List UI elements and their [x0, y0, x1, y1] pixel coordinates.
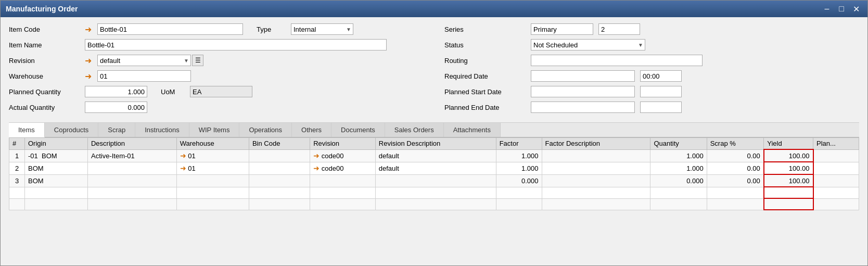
status-select[interactable]: Not Scheduled [531, 39, 645, 50]
warehouse-row: Warehouse ➜ [9, 69, 424, 83]
revision-wrapper: default ▼ ☰ [97, 55, 203, 66]
cell-plan [813, 162, 859, 174]
items-table: # Origin Description Warehouse Bin Code … [9, 137, 859, 210]
maximize-button[interactable]: □ [835, 4, 848, 14]
table-header-row: # Origin Description Warehouse Bin Code … [9, 138, 859, 150]
table-row[interactable]: 3 BOM 0.000 0.000 0.00 100.00 [9, 174, 859, 187]
routing-label: Routing [444, 57, 528, 65]
table-row[interactable]: 1 -01 BOM Active-Item-01 ➜ 01 ➜ code00 d… [9, 149, 859, 162]
tab-others[interactable]: Others [292, 123, 331, 137]
tab-items[interactable]: Items [9, 123, 45, 137]
planned-qty-input[interactable] [85, 86, 147, 97]
status-label: Status [444, 41, 528, 49]
close-button[interactable]: ✕ [850, 4, 862, 14]
planned-end-input[interactable] [531, 102, 635, 113]
required-time-input[interactable] [640, 70, 682, 82]
series-label: Series [444, 26, 528, 33]
tabs-bar: Items Coproducts Scrap Instructions WIP … [9, 123, 859, 137]
cell-warehouse: ➜ 01 [176, 149, 249, 162]
revision-arrow-icon: ➜ [85, 56, 94, 66]
revision-row: Revision ➜ default ▼ ☰ [9, 54, 424, 67]
cell-factor-desc [542, 149, 650, 162]
type-select-wrapper: Internal ▼ [291, 23, 353, 35]
cell-factor: 1.000 [496, 149, 542, 162]
tab-wip-items[interactable]: WIP Items [189, 123, 240, 137]
warehouse-arrow-icon: ➜ [85, 71, 94, 81]
col-quantity: Quantity [650, 138, 707, 150]
revision-select[interactable]: default [97, 55, 191, 66]
cell-origin: BOM [25, 162, 88, 174]
cell-origin: BOM [25, 174, 88, 187]
cell-num: 3 [9, 174, 25, 187]
cell-plan [813, 149, 859, 162]
col-bin-code: Bin Code [249, 138, 310, 150]
revision-list-button[interactable]: ☰ [192, 55, 203, 66]
status-row: Status Not Scheduled ▼ [444, 38, 859, 52]
tab-sales-orders[interactable]: Sales Orders [385, 123, 444, 137]
series-number-input[interactable] [598, 23, 640, 35]
type-select[interactable]: Internal [291, 23, 353, 35]
cell-factor: 1.000 [496, 162, 542, 174]
tab-operations[interactable]: Operations [239, 123, 292, 137]
cell-description: Active-Item-01 [87, 149, 176, 162]
cell-factor-desc [542, 162, 650, 174]
routing-input[interactable] [531, 55, 703, 66]
tab-instructions[interactable]: Instructions [135, 123, 189, 137]
revision-label: Revision [9, 57, 82, 65]
col-factor-desc: Factor Description [542, 138, 650, 150]
cell-bin-code [249, 174, 310, 187]
cell-num: 2 [9, 162, 25, 174]
cell-factor: 0.000 [496, 174, 542, 187]
planned-qty-label: Planned Quantity [9, 88, 82, 96]
tab-coproducts[interactable]: Coproducts [45, 123, 98, 137]
cell-yield: 100.00 [764, 149, 813, 162]
cell-revision: ➜ code00 [310, 149, 376, 162]
tab-documents[interactable]: Documents [331, 123, 385, 137]
cell-revision-desc [375, 174, 496, 187]
item-code-arrow-icon: ➜ [85, 24, 94, 34]
form-left: Item Code ➜ Type Internal ▼ Item Name [9, 22, 424, 114]
cell-quantity: 1.000 [650, 162, 707, 174]
col-plan: Plan... [813, 138, 859, 150]
planned-start-input[interactable] [531, 86, 635, 97]
cell-bin-code [249, 162, 310, 174]
actual-qty-input[interactable] [85, 102, 147, 113]
tab-attachments[interactable]: Attachments [444, 123, 501, 137]
items-table-container: # Origin Description Warehouse Bin Code … [9, 137, 859, 210]
table-row-empty [9, 198, 859, 210]
title-bar: Manufacturing Order – □ ✕ [1, 1, 867, 17]
tabs-section: Items Coproducts Scrap Instructions WIP … [9, 122, 859, 210]
type-label: Type [257, 26, 288, 33]
planned-end-row: Planned End Date [444, 100, 859, 114]
item-code-input[interactable] [97, 23, 243, 35]
cell-scrap: 0.00 [707, 162, 764, 174]
series-row: Series [444, 22, 859, 36]
col-description: Description [87, 138, 176, 150]
window-controls: – □ ✕ [821, 4, 862, 14]
cell-description [87, 174, 176, 187]
cell-factor-desc [542, 174, 650, 187]
planned-start-row: Planned Start Date [444, 85, 859, 98]
col-revision-desc: Revision Description [375, 138, 496, 150]
item-name-input[interactable] [85, 39, 387, 50]
col-factor: Factor [496, 138, 542, 150]
cell-scrap: 0.00 [707, 174, 764, 187]
planned-end-label: Planned End Date [444, 104, 528, 111]
cell-warehouse [176, 174, 249, 187]
warehouse-input[interactable] [97, 70, 191, 82]
table-row[interactable]: 2 BOM ➜ 01 ➜ code00 default 1.000 1.000 … [9, 162, 859, 174]
planned-qty-row: Planned Quantity UoM [9, 85, 424, 98]
cell-yield: 100.00 [764, 174, 813, 187]
window-title: Manufacturing Order [6, 5, 78, 13]
routing-row: Routing [444, 54, 859, 67]
planned-start-time-input[interactable] [640, 86, 682, 97]
planned-end-time-input[interactable] [640, 102, 682, 113]
uom-label: UoM [161, 88, 187, 96]
minimize-button[interactable]: – [821, 4, 833, 14]
series-value-input[interactable] [531, 23, 593, 35]
required-date-input[interactable] [531, 70, 635, 82]
cell-origin: -01 BOM [25, 149, 88, 162]
cell-revision-desc: default [375, 149, 496, 162]
tab-scrap[interactable]: Scrap [98, 123, 135, 137]
cell-revision-desc: default [375, 162, 496, 174]
